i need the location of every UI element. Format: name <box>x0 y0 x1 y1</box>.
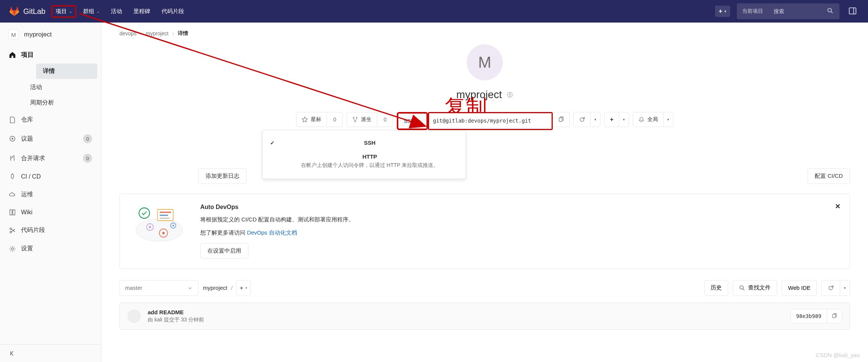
history-button[interactable]: 历史 <box>704 280 728 296</box>
branch-select[interactable]: master <box>119 280 198 296</box>
last-commit: add README 由 kali 提交于 33 分钟前 98e3b989 <box>119 303 850 330</box>
devops-docs-link[interactable]: DevOps 自动化文档 <box>247 229 297 236</box>
gear-icon <box>9 245 16 252</box>
commit-sha[interactable]: 98e3b989 <box>791 309 827 323</box>
download-dropdown[interactable]: ▾ <box>840 280 850 296</box>
sidebar-issues[interactable]: 议题 0 <box>0 129 101 148</box>
sidebar-collapse[interactable] <box>0 345 101 362</box>
clone-url-input[interactable] <box>429 113 552 128</box>
svg-rect-18 <box>160 215 168 216</box>
refresh-button[interactable] <box>573 112 591 127</box>
refresh-dropdown[interactable]: ▾ <box>591 112 600 127</box>
new-button[interactable]: + ▾ <box>715 6 730 17</box>
add-changelog-button[interactable]: 添加更新日志 <box>198 168 246 184</box>
copy-sha-button[interactable] <box>827 309 842 323</box>
project-hero: M myproject 复制 星标 0 <box>119 44 850 130</box>
fork-button[interactable]: 派生 <box>346 112 377 127</box>
dropdown-option-ssh[interactable]: ✓ SSH <box>263 136 466 150</box>
sidebar-toggle-icon[interactable] <box>846 5 859 18</box>
refresh-icon <box>579 117 585 123</box>
sidebar-merge-requests[interactable]: 合并请求 0 <box>0 148 101 168</box>
caret-down-icon: ▾ <box>419 119 421 123</box>
devops-illustration <box>131 204 188 245</box>
repo-add-button[interactable]: + ▾ <box>236 280 251 296</box>
sidebar-snippets[interactable]: 代码片段 <box>0 221 101 239</box>
nav-milestones[interactable]: 里程碑 <box>129 4 155 19</box>
breadcrumb-current: 详情 <box>178 30 188 37</box>
sidebar-settings[interactable]: 设置 <box>0 239 101 258</box>
add-dropdown[interactable]: ▾ <box>619 112 629 127</box>
sidebar-project-header[interactable]: M myproject <box>0 23 101 45</box>
sidebar-wiki[interactable]: Wiki <box>0 204 101 221</box>
home-icon <box>9 51 16 58</box>
nav-activity[interactable]: 活动 <box>106 4 127 19</box>
notification-dropdown[interactable]: ▾ <box>664 112 673 127</box>
bell-icon <box>638 117 644 123</box>
nav-projects[interactable]: 项目 ⌄ <box>51 5 76 18</box>
star-icon <box>302 117 308 123</box>
scissors-icon <box>9 227 16 234</box>
sidebar-repository[interactable]: 仓库 <box>0 111 101 129</box>
gitlab-icon <box>9 6 20 17</box>
download-button[interactable] <box>821 280 840 296</box>
svg-point-15 <box>139 208 150 218</box>
svg-rect-28 <box>833 314 836 318</box>
sidebar-cicd[interactable]: CI / CD <box>0 168 101 185</box>
svg-point-6 <box>10 231 12 233</box>
auto-devops-card: Auto DevOps 将根据预定义的 CI/CD 配置自动构建、测试和部署应用… <box>119 194 850 269</box>
repo-breadcrumb[interactable]: myproject <box>203 285 227 291</box>
notification-button[interactable]: 全局 <box>633 112 664 127</box>
svg-rect-19 <box>160 218 169 219</box>
svg-point-21 <box>149 226 151 228</box>
devops-desc: 将根据预定义的 CI/CD 配置自动构建、测试和部署应用程序。 <box>200 215 354 224</box>
commit-author-avatar <box>127 309 141 323</box>
dropdown-option-http[interactable]: HTTP 在帐户上创建个人访问令牌，以通过 HTTP 来拉取或推送。 <box>263 150 466 173</box>
nav-snippets[interactable]: 代码片段 <box>157 4 189 19</box>
plus-icon: + <box>719 8 722 15</box>
svg-point-23 <box>162 232 165 235</box>
breadcrumb-item[interactable]: myproject <box>146 30 169 36</box>
sidebar-sub-activity[interactable]: 活动 <box>21 80 101 95</box>
devops-title: Auto DevOps <box>200 204 354 211</box>
nav-groups[interactable]: 群组 ⌄ <box>79 4 104 19</box>
web-ide-button[interactable]: Web IDE <box>782 280 817 296</box>
configure-cicd-button[interactable]: 配置 CI/CD <box>808 168 850 184</box>
sidebar-sub-cycle[interactable]: 周期分析 <box>21 95 101 111</box>
find-file-button[interactable]: 查找文件 <box>733 280 777 296</box>
star-count: 0 <box>327 112 343 127</box>
devops-learn-more: 想了解更多请访问 DevOps 自动化文档 <box>200 228 354 237</box>
svg-line-1 <box>831 12 833 13</box>
svg-point-0 <box>828 8 832 12</box>
add-button[interactable]: + <box>604 112 619 127</box>
search-icon <box>739 285 745 291</box>
gitlab-logo[interactable]: GitLab <box>9 6 45 17</box>
project-avatar-large: M <box>467 44 503 80</box>
svg-point-25 <box>172 225 174 227</box>
repo-toolbar: master myproject / + ▾ 历史 查找文件 Web IDE <box>119 280 850 296</box>
svg-rect-13 <box>559 118 562 121</box>
devops-enable-button[interactable]: 在设置中启用 <box>200 243 248 259</box>
sidebar-sub-details[interactable]: 详情 <box>36 64 97 79</box>
breadcrumb: devops › myproject › 详情 <box>101 23 868 44</box>
book-icon <box>9 209 16 216</box>
protocol-dropdown-button[interactable]: SSH▾ <box>398 114 426 129</box>
copy-url-button[interactable] <box>553 112 570 127</box>
merge-icon <box>9 155 16 162</box>
search-box: 当前项目 <box>737 3 839 19</box>
chevron-down-icon: ⌄ <box>97 9 100 14</box>
commit-message[interactable]: add README <box>148 309 204 315</box>
collapse-icon <box>9 350 16 357</box>
star-button[interactable]: 星标 <box>296 112 327 127</box>
svg-point-11 <box>356 117 357 118</box>
sidebar-operations[interactable]: 运维 <box>0 185 101 204</box>
sidebar-group-project[interactable]: 项目 <box>0 45 101 63</box>
visibility-icon <box>507 91 513 98</box>
breadcrumb-item[interactable]: devops <box>119 30 136 36</box>
svg-rect-17 <box>160 212 171 213</box>
search-input[interactable] <box>768 8 821 14</box>
main-content: devops › myproject › 详情 M myproject 复制 星 <box>101 23 868 362</box>
search-icon[interactable] <box>821 8 839 15</box>
copy-icon <box>558 117 564 123</box>
close-icon[interactable]: ✕ <box>835 202 841 211</box>
sidebar: M myproject 项目 详情 活动 周期分析 仓库 议题 0 合并请求 0 <box>0 23 101 362</box>
